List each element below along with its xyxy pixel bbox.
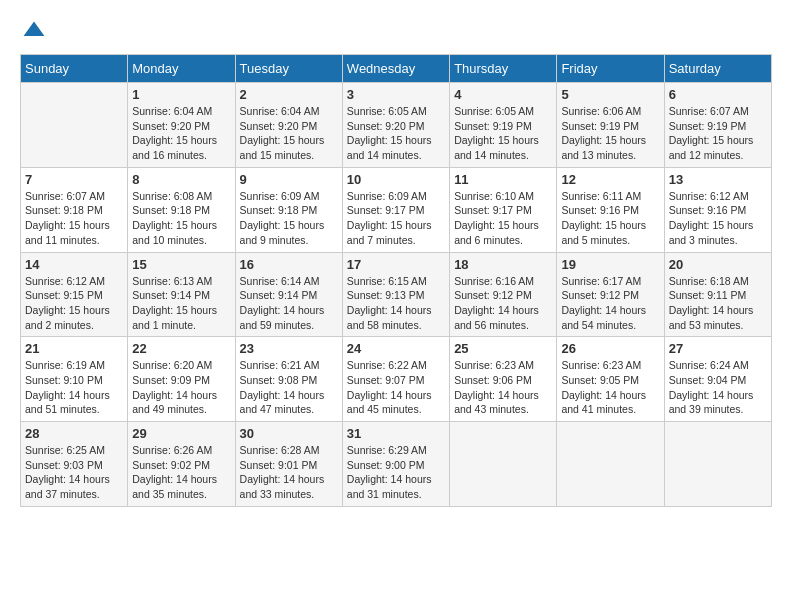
day-number: 29: [132, 426, 230, 441]
calendar-cell: [450, 422, 557, 507]
calendar-cell: 25Sunrise: 6:23 AM Sunset: 9:06 PM Dayli…: [450, 337, 557, 422]
calendar-cell: 30Sunrise: 6:28 AM Sunset: 9:01 PM Dayli…: [235, 422, 342, 507]
calendar-cell: 29Sunrise: 6:26 AM Sunset: 9:02 PM Dayli…: [128, 422, 235, 507]
day-number: 3: [347, 87, 445, 102]
logo-icon: [22, 20, 46, 44]
calendar-table: SundayMondayTuesdayWednesdayThursdayFrid…: [20, 54, 772, 507]
day-info: Sunrise: 6:17 AM Sunset: 9:12 PM Dayligh…: [561, 274, 659, 333]
day-info: Sunrise: 6:29 AM Sunset: 9:00 PM Dayligh…: [347, 443, 445, 502]
page-header: [20, 20, 772, 44]
day-number: 27: [669, 341, 767, 356]
day-number: 2: [240, 87, 338, 102]
calendar-cell: 13Sunrise: 6:12 AM Sunset: 9:16 PM Dayli…: [664, 167, 771, 252]
calendar-cell: 26Sunrise: 6:23 AM Sunset: 9:05 PM Dayli…: [557, 337, 664, 422]
day-info: Sunrise: 6:04 AM Sunset: 9:20 PM Dayligh…: [240, 104, 338, 163]
day-info: Sunrise: 6:14 AM Sunset: 9:14 PM Dayligh…: [240, 274, 338, 333]
calendar-cell: 17Sunrise: 6:15 AM Sunset: 9:13 PM Dayli…: [342, 252, 449, 337]
calendar-cell: 10Sunrise: 6:09 AM Sunset: 9:17 PM Dayli…: [342, 167, 449, 252]
calendar-cell: 28Sunrise: 6:25 AM Sunset: 9:03 PM Dayli…: [21, 422, 128, 507]
calendar-cell: [664, 422, 771, 507]
calendar-cell: 31Sunrise: 6:29 AM Sunset: 9:00 PM Dayli…: [342, 422, 449, 507]
calendar-cell: 8Sunrise: 6:08 AM Sunset: 9:18 PM Daylig…: [128, 167, 235, 252]
day-number: 19: [561, 257, 659, 272]
day-number: 12: [561, 172, 659, 187]
day-number: 9: [240, 172, 338, 187]
day-info: Sunrise: 6:25 AM Sunset: 9:03 PM Dayligh…: [25, 443, 123, 502]
day-info: Sunrise: 6:07 AM Sunset: 9:18 PM Dayligh…: [25, 189, 123, 248]
day-info: Sunrise: 6:09 AM Sunset: 9:18 PM Dayligh…: [240, 189, 338, 248]
day-number: 22: [132, 341, 230, 356]
day-info: Sunrise: 6:05 AM Sunset: 9:20 PM Dayligh…: [347, 104, 445, 163]
day-info: Sunrise: 6:22 AM Sunset: 9:07 PM Dayligh…: [347, 358, 445, 417]
calendar-cell: 18Sunrise: 6:16 AM Sunset: 9:12 PM Dayli…: [450, 252, 557, 337]
day-number: 13: [669, 172, 767, 187]
calendar-cell: 16Sunrise: 6:14 AM Sunset: 9:14 PM Dayli…: [235, 252, 342, 337]
day-info: Sunrise: 6:09 AM Sunset: 9:17 PM Dayligh…: [347, 189, 445, 248]
day-info: Sunrise: 6:24 AM Sunset: 9:04 PM Dayligh…: [669, 358, 767, 417]
day-number: 4: [454, 87, 552, 102]
day-info: Sunrise: 6:19 AM Sunset: 9:10 PM Dayligh…: [25, 358, 123, 417]
calendar-header-friday: Friday: [557, 55, 664, 83]
calendar-cell: 5Sunrise: 6:06 AM Sunset: 9:19 PM Daylig…: [557, 83, 664, 168]
calendar-week-row: 21Sunrise: 6:19 AM Sunset: 9:10 PM Dayli…: [21, 337, 772, 422]
calendar-week-row: 14Sunrise: 6:12 AM Sunset: 9:15 PM Dayli…: [21, 252, 772, 337]
day-info: Sunrise: 6:07 AM Sunset: 9:19 PM Dayligh…: [669, 104, 767, 163]
calendar-cell: 20Sunrise: 6:18 AM Sunset: 9:11 PM Dayli…: [664, 252, 771, 337]
calendar-header-row: SundayMondayTuesdayWednesdayThursdayFrid…: [21, 55, 772, 83]
calendar-cell: 7Sunrise: 6:07 AM Sunset: 9:18 PM Daylig…: [21, 167, 128, 252]
day-number: 21: [25, 341, 123, 356]
day-info: Sunrise: 6:15 AM Sunset: 9:13 PM Dayligh…: [347, 274, 445, 333]
day-number: 20: [669, 257, 767, 272]
day-number: 8: [132, 172, 230, 187]
calendar-cell: 21Sunrise: 6:19 AM Sunset: 9:10 PM Dayli…: [21, 337, 128, 422]
calendar-cell: 4Sunrise: 6:05 AM Sunset: 9:19 PM Daylig…: [450, 83, 557, 168]
day-info: Sunrise: 6:16 AM Sunset: 9:12 PM Dayligh…: [454, 274, 552, 333]
calendar-cell: 1Sunrise: 6:04 AM Sunset: 9:20 PM Daylig…: [128, 83, 235, 168]
day-info: Sunrise: 6:28 AM Sunset: 9:01 PM Dayligh…: [240, 443, 338, 502]
calendar-cell: [21, 83, 128, 168]
day-number: 26: [561, 341, 659, 356]
day-number: 31: [347, 426, 445, 441]
calendar-cell: [557, 422, 664, 507]
calendar-cell: 24Sunrise: 6:22 AM Sunset: 9:07 PM Dayli…: [342, 337, 449, 422]
day-info: Sunrise: 6:08 AM Sunset: 9:18 PM Dayligh…: [132, 189, 230, 248]
calendar-cell: 11Sunrise: 6:10 AM Sunset: 9:17 PM Dayli…: [450, 167, 557, 252]
calendar-week-row: 28Sunrise: 6:25 AM Sunset: 9:03 PM Dayli…: [21, 422, 772, 507]
calendar-cell: 15Sunrise: 6:13 AM Sunset: 9:14 PM Dayli…: [128, 252, 235, 337]
day-number: 15: [132, 257, 230, 272]
day-number: 24: [347, 341, 445, 356]
day-info: Sunrise: 6:13 AM Sunset: 9:14 PM Dayligh…: [132, 274, 230, 333]
calendar-cell: 19Sunrise: 6:17 AM Sunset: 9:12 PM Dayli…: [557, 252, 664, 337]
calendar-header-thursday: Thursday: [450, 55, 557, 83]
calendar-cell: 22Sunrise: 6:20 AM Sunset: 9:09 PM Dayli…: [128, 337, 235, 422]
day-info: Sunrise: 6:06 AM Sunset: 9:19 PM Dayligh…: [561, 104, 659, 163]
day-info: Sunrise: 6:12 AM Sunset: 9:15 PM Dayligh…: [25, 274, 123, 333]
calendar-cell: 27Sunrise: 6:24 AM Sunset: 9:04 PM Dayli…: [664, 337, 771, 422]
day-number: 28: [25, 426, 123, 441]
day-info: Sunrise: 6:10 AM Sunset: 9:17 PM Dayligh…: [454, 189, 552, 248]
day-info: Sunrise: 6:11 AM Sunset: 9:16 PM Dayligh…: [561, 189, 659, 248]
day-number: 1: [132, 87, 230, 102]
day-number: 5: [561, 87, 659, 102]
logo: [20, 20, 46, 44]
day-number: 10: [347, 172, 445, 187]
calendar-header-wednesday: Wednesday: [342, 55, 449, 83]
day-info: Sunrise: 6:12 AM Sunset: 9:16 PM Dayligh…: [669, 189, 767, 248]
day-info: Sunrise: 6:21 AM Sunset: 9:08 PM Dayligh…: [240, 358, 338, 417]
day-info: Sunrise: 6:20 AM Sunset: 9:09 PM Dayligh…: [132, 358, 230, 417]
day-info: Sunrise: 6:04 AM Sunset: 9:20 PM Dayligh…: [132, 104, 230, 163]
day-number: 25: [454, 341, 552, 356]
day-number: 17: [347, 257, 445, 272]
calendar-cell: 12Sunrise: 6:11 AM Sunset: 9:16 PM Dayli…: [557, 167, 664, 252]
calendar-week-row: 7Sunrise: 6:07 AM Sunset: 9:18 PM Daylig…: [21, 167, 772, 252]
day-number: 23: [240, 341, 338, 356]
calendar-cell: 23Sunrise: 6:21 AM Sunset: 9:08 PM Dayli…: [235, 337, 342, 422]
day-number: 16: [240, 257, 338, 272]
calendar-week-row: 1Sunrise: 6:04 AM Sunset: 9:20 PM Daylig…: [21, 83, 772, 168]
day-info: Sunrise: 6:23 AM Sunset: 9:06 PM Dayligh…: [454, 358, 552, 417]
day-number: 6: [669, 87, 767, 102]
day-info: Sunrise: 6:18 AM Sunset: 9:11 PM Dayligh…: [669, 274, 767, 333]
calendar-cell: 3Sunrise: 6:05 AM Sunset: 9:20 PM Daylig…: [342, 83, 449, 168]
day-number: 7: [25, 172, 123, 187]
calendar-header-saturday: Saturday: [664, 55, 771, 83]
